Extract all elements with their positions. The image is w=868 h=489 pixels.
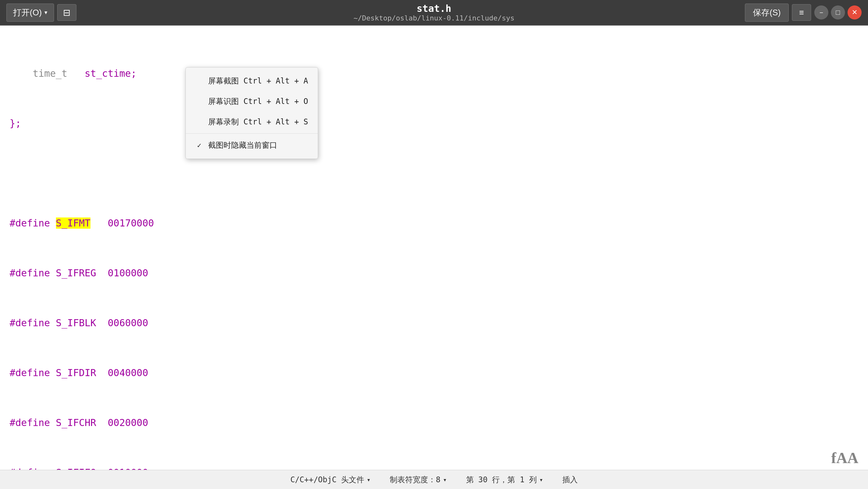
- code-line-3: #define S_IFMT 00170000: [9, 215, 859, 232]
- titlebar: 打开(O) ▾ ⊟ stat.h ~/Desktop/oslab/linux-0…: [0, 0, 868, 26]
- filename-label: stat.h: [353, 3, 515, 14]
- statusbar-position: 第 30 行，第 1 列 ▾: [466, 475, 543, 485]
- titlebar-right: 保存(S) ≡ － □ ✕: [745, 3, 862, 22]
- context-menu-separator: [186, 133, 318, 134]
- context-menu-hide[interactable]: ✓ 截图时隐藏当前窗口: [186, 135, 318, 155]
- open-label: 打开(O): [13, 7, 42, 18]
- titlebar-center: stat.h ~/Desktop/oslab/linux-0.11/includ…: [353, 3, 515, 22]
- code-line-7: #define S_IFCHR 0020000: [9, 415, 859, 431]
- titlebar-left: 打开(O) ▾ ⊟: [6, 3, 76, 22]
- hide-check: ✓: [195, 141, 203, 149]
- toolbar-icon: ⊟: [63, 7, 70, 18]
- tabwidth-arrow: ▾: [443, 476, 447, 484]
- statusbar: C/C++/ObjC 头文件 ▾ 制表符宽度：8 ▾ 第 30 行，第 1 列 …: [0, 470, 868, 489]
- context-menu: 屏幕截图 Ctrl + Alt + A 屏幕识图 Ctrl + Alt + O …: [185, 67, 318, 159]
- minimize-button[interactable]: －: [814, 5, 828, 20]
- statusbar-mode: 插入: [562, 475, 578, 485]
- editor-area[interactable]: time_t st_ctime; }; #define S_IFMT 00170…: [0, 26, 868, 470]
- mode-label: 插入: [562, 475, 578, 485]
- close-button[interactable]: ✕: [847, 5, 862, 20]
- filetype-label: C/C++/ObjC 头文件: [290, 475, 364, 485]
- window-controls: － □ ✕: [814, 5, 862, 20]
- code-line-4: #define S_IFREG 0100000: [9, 265, 859, 281]
- code-line-6: #define S_IFDIR 0040000: [9, 365, 859, 381]
- code-line-1: time_t st_ctime;: [9, 65, 859, 82]
- statusbar-filetype: C/C++/ObjC 头文件 ▾: [290, 475, 371, 485]
- record-label: 屏幕录制 Ctrl + Alt + S: [208, 117, 308, 127]
- tabwidth-label: 制表符宽度：8: [390, 475, 440, 485]
- screenshot-label: 屏幕截图 Ctrl + Alt + A: [208, 76, 308, 86]
- save-button[interactable]: 保存(S): [745, 3, 789, 22]
- hide-label: 截图时隐藏当前窗口: [208, 140, 277, 150]
- code-line-5: #define S_IFBLK 0060000: [9, 315, 859, 331]
- code-line-2: };: [9, 115, 859, 132]
- context-menu-record[interactable]: 屏幕录制 Ctrl + Alt + S: [186, 112, 318, 132]
- position-label: 第 30 行，第 1 列: [466, 475, 537, 485]
- toolbar-icon-button[interactable]: ⊟: [57, 4, 76, 21]
- ocr-label: 屏幕识图 Ctrl + Alt + O: [208, 96, 308, 106]
- filetype-arrow: ▾: [367, 476, 371, 484]
- filepath-label: ~/Desktop/oslab/linux-0.11/include/sys: [353, 14, 515, 22]
- open-button[interactable]: 打开(O) ▾: [6, 3, 54, 22]
- statusbar-tabwidth: 制表符宽度：8 ▾: [390, 475, 447, 485]
- menu-icon: ≡: [799, 8, 804, 18]
- code-line-8: #define S_IFIFO 0010000: [9, 464, 859, 470]
- position-arrow: ▾: [539, 476, 543, 484]
- context-menu-ocr[interactable]: 屏幕识图 Ctrl + Alt + O: [186, 91, 318, 112]
- maximize-button[interactable]: □: [831, 5, 845, 20]
- code-content: time_t st_ctime; }; #define S_IFMT 00170…: [0, 26, 868, 470]
- open-dropdown-arrow: ▾: [44, 9, 47, 16]
- code-line-blank1: [9, 165, 859, 182]
- menu-button[interactable]: ≡: [792, 4, 811, 21]
- context-menu-screenshot[interactable]: 屏幕截图 Ctrl + Alt + A: [186, 71, 318, 91]
